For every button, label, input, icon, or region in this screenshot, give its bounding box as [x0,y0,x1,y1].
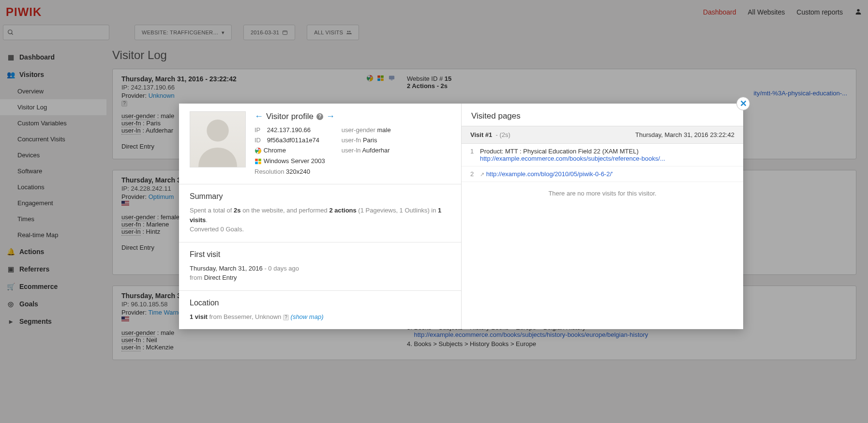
ip-label: IP [254,126,265,134]
id-value: 9f56a3df011a1e74 [267,136,319,144]
close-button[interactable]: ✕ [736,97,750,110]
fn-value: Paris [363,136,377,144]
modal-title: Visitor profile [266,112,314,121]
next-visitor-button[interactable]: → [326,111,335,121]
summary-text: Spent a total of 2s on the website, and … [190,206,450,234]
external-link-icon: ↗ [480,171,484,177]
no-more-visits: There are no more visits for this visito… [462,182,743,205]
page-row: 1 Product: MTT : Physical Education Fiel… [462,144,743,166]
visit-date: Thursday, March 31, 2016 23:22:42 [635,131,734,138]
ln-value: Aufderhar [362,147,389,154]
page-link[interactable]: http://example.com/blog/2010/05/piwik-0-… [486,170,613,178]
gender-label: user-gender [342,126,375,134]
visited-pages-heading: Visited pages [462,104,743,126]
visitor-profile-modal: ✕ ← Visitor profile ? → IP 242.137.190.6… [179,104,743,329]
show-map-link[interactable]: (show map) [291,313,324,320]
page-row: 2 ↗ http://example.com/blog/2010/05/piwi… [462,166,743,182]
prev-visitor-button[interactable]: ← [254,111,263,121]
page-num: 1 [470,148,475,162]
ln-label: user-ln [342,147,361,154]
svg-rect-31 [258,159,261,161]
os-value: Windows Server 2003 [264,157,325,165]
first-visit-text: Thursday, March 31, 2016 - 0 days agofro… [190,264,450,283]
page-link[interactable]: http://example.ecommerce.com/books/subje… [480,155,734,162]
location-heading: Location [190,299,450,307]
gender-value: male [377,126,391,134]
location-text: 1 visit from Bessemer, Unknown ? (show m… [190,312,450,322]
visit-header[interactable]: Visit #1 - (2s) Thursday, March 31, 2016… [462,126,743,144]
page-num: 2 [470,170,475,178]
page-title: Product: MTT : Physical Education Field … [480,148,734,155]
svg-rect-32 [255,162,258,164]
windows-icon [254,158,262,165]
help-icon[interactable]: ? [316,113,323,120]
avatar [190,111,246,167]
ip-value: 242.137.190.66 [267,126,311,134]
first-visit-heading: First visit [190,250,450,259]
chrome-icon [254,147,262,154]
unknown-flag-icon: ? [283,315,289,320]
id-label: ID [254,136,265,144]
summary-heading: Summary [190,192,450,201]
fn-label: user-fn [342,136,361,144]
svg-rect-30 [255,159,258,161]
res-value: 320x240 [286,168,310,175]
svg-rect-33 [258,162,261,164]
res-label: Resolution [254,168,284,175]
svg-point-27 [207,120,229,142]
browser-value: Chrome [264,147,286,154]
